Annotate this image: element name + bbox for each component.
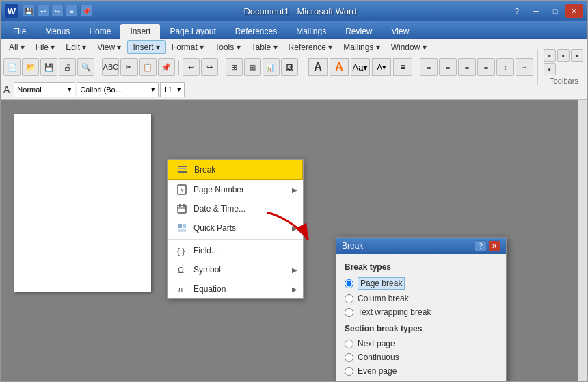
menu-insert[interactable]: Insert ▾ — [127, 40, 166, 54]
page-break-radio[interactable] — [345, 279, 353, 288]
even-page-option[interactable]: Even page — [345, 366, 498, 376]
tab-mailings[interactable]: Mailings — [286, 24, 336, 39]
odd-page-radio[interactable] — [345, 381, 353, 382]
column-break-option[interactable]: Column break — [345, 294, 498, 303]
even-page-radio[interactable] — [345, 367, 353, 376]
svg-text:{ }: { } — [177, 246, 185, 256]
open-btn[interactable]: 📂 — [22, 58, 39, 76]
menu-reference[interactable]: Reference ▾ — [283, 41, 338, 53]
justify-btn[interactable]: ≡ — [477, 58, 495, 76]
highlight-btn[interactable]: A▾ — [372, 58, 391, 76]
tab-review[interactable]: Review — [336, 24, 382, 39]
menu-item-field[interactable]: { } Field... — [168, 241, 303, 260]
minimize-btn[interactable]: ─ — [527, 4, 545, 18]
spell-btn[interactable]: ABC — [102, 58, 119, 76]
font-dropdown[interactable]: Calibri (Bo… ▾ — [77, 82, 159, 97]
dialog-close-btn[interactable]: ✕ — [488, 240, 500, 251]
maximize-btn[interactable]: □ — [546, 4, 564, 18]
line-spacing-btn[interactable]: ↕ — [496, 58, 514, 76]
preview-btn[interactable]: 🔍 — [77, 58, 94, 76]
pin-icon-btn[interactable]: 📌 — [80, 5, 92, 17]
continuous-radio[interactable] — [345, 353, 353, 362]
column-break-radio[interactable] — [345, 294, 353, 303]
insert-chart-btn[interactable]: 📊 — [263, 58, 280, 76]
menu-format[interactable]: Format ▾ — [166, 41, 209, 53]
insert-dropdown-menu: Break # Page Number ▶ — [167, 159, 304, 299]
format-btn[interactable]: ≡ — [393, 58, 412, 76]
menu-item-break[interactable]: Break — [168, 160, 303, 180]
menu-all[interactable]: All ▾ — [3, 41, 30, 53]
tab-home[interactable]: Home — [79, 24, 120, 39]
application-window: W 💾 ↩ ↪ ≡ 📌 Document1 - Microsoft Word ?… — [0, 0, 588, 382]
next-page-radio[interactable] — [345, 340, 353, 348]
align-left-btn[interactable]: ≡ — [420, 58, 438, 76]
insert-table-btn[interactable]: ⊞ — [226, 58, 243, 76]
tab-file[interactable]: File — [3, 24, 36, 39]
align-right-btn[interactable]: ≡ — [458, 58, 476, 76]
menu-edit[interactable]: Edit ▾ — [60, 41, 92, 53]
menu-item-date-time[interactable]: Date & Time... — [168, 199, 303, 218]
align-center-btn[interactable]: ≡ — [439, 58, 457, 76]
odd-page-option[interactable]: Odd page — [345, 380, 498, 381]
svg-text:Ω: Ω — [178, 266, 184, 275]
text-wrap-radio[interactable] — [345, 308, 353, 317]
next-page-option[interactable]: Next page — [345, 339, 498, 348]
menu-item-symbol[interactable]: Ω Symbol ▶ — [168, 260, 303, 279]
insert-pic-btn[interactable]: 🖼 — [281, 58, 298, 76]
tab-view[interactable]: View — [382, 24, 419, 39]
menu-view[interactable]: View ▾ — [92, 41, 126, 53]
menu-item-quick-parts[interactable]: Quick Parts ▶ — [168, 218, 303, 238]
tb-extra-2[interactable]: ▪ — [557, 49, 570, 62]
print-btn[interactable]: 🖨 — [59, 58, 76, 76]
paste-btn[interactable]: 📌 — [158, 58, 175, 76]
save-icon-btn[interactable]: 💾 — [23, 5, 35, 17]
section-break-label: Section break types — [345, 324, 498, 333]
omega-icon: Ω — [176, 264, 188, 276]
insert-col-btn[interactable]: ▦ — [244, 58, 261, 76]
menu-file[interactable]: File ▾ — [30, 41, 61, 53]
window-controls: ? ─ □ ✕ — [508, 4, 583, 18]
tab-references[interactable]: References — [226, 24, 286, 39]
redo-btn[interactable]: ↪ — [201, 58, 218, 76]
tab-page-layout[interactable]: Page Layout — [160, 24, 225, 39]
copy-btn[interactable]: 📋 — [139, 58, 157, 76]
close-btn[interactable]: ✕ — [565, 4, 583, 18]
menu-item-equation[interactable]: π Equation ▶ — [168, 279, 303, 298]
aa-btn[interactable]: Aa▾ — [351, 58, 370, 76]
menu-mailings[interactable]: Mailings ▾ — [338, 41, 385, 53]
tb-extra-3[interactable]: ▪ — [571, 49, 583, 62]
tb-extra-4[interactable]: ▪ — [544, 63, 556, 75]
menu-tools[interactable]: Tools ▾ — [209, 41, 245, 53]
size-dropdown[interactable]: 11 ▾ — [160, 82, 185, 97]
undo-icon-btn[interactable]: ↩ — [37, 5, 49, 17]
column-break-radio-label: Column break — [358, 294, 409, 303]
new-btn[interactable]: 📄 — [3, 58, 21, 76]
dialog-title-bar: Break ? ✕ — [336, 238, 506, 254]
redo-icon-btn[interactable]: ↪ — [51, 5, 64, 17]
font-size-icon: A — [3, 84, 10, 95]
tb-extra-1[interactable]: ▪ — [544, 49, 556, 62]
date-time-icon — [176, 203, 188, 215]
help-btn[interactable]: ? — [508, 4, 526, 18]
font-toolbar-row: A Normal ▾ Calibri (Bo… ▾ 11 ▾ — [1, 79, 587, 99]
save-btn[interactable]: 💾 — [40, 58, 57, 76]
word-icon: W — [5, 4, 18, 18]
indent-btn[interactable]: → — [516, 58, 533, 76]
page-break-option[interactable]: Page break — [345, 277, 498, 290]
right-scrollbar[interactable] — [578, 100, 587, 381]
tab-menus[interactable]: Menus — [36, 24, 79, 39]
dialog-title-buttons: ? ✕ — [475, 240, 500, 251]
color-A-btn[interactable]: A — [330, 58, 349, 76]
continuous-option[interactable]: Continuous — [345, 353, 498, 362]
undo-btn[interactable]: ↩ — [183, 58, 200, 76]
cut-btn[interactable]: ✂ — [120, 58, 137, 76]
style-dropdown[interactable]: Normal ▾ — [14, 82, 75, 97]
menu-item-page-number[interactable]: # Page Number ▶ — [168, 180, 303, 199]
menu-window[interactable]: Window ▾ — [386, 41, 432, 53]
bold-A-btn[interactable]: A — [308, 58, 328, 76]
menu-table[interactable]: Table ▾ — [246, 41, 283, 53]
tab-insert[interactable]: Insert — [120, 24, 160, 39]
menu-icon-btn[interactable]: ≡ — [66, 5, 78, 17]
text-wrap-option[interactable]: Text wrapping break — [345, 307, 498, 317]
dialog-help-btn[interactable]: ? — [475, 240, 487, 251]
